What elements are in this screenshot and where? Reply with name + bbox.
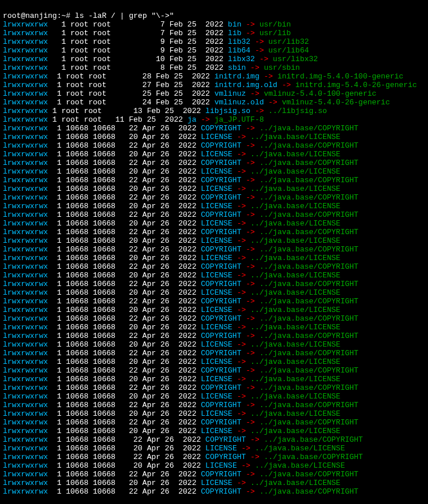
filename: LICENSE (201, 254, 232, 262)
symlink-arrow-icon: -> (232, 271, 250, 280)
file-meta: 1 10668 10668 22 Apr 26 2022 (57, 487, 201, 496)
symlink-target: ../java.base/COPYRIGHT (260, 332, 359, 340)
list-item: lrwxrwxrwx 1 root root 25 Feb 25 2022 vm… (3, 89, 425, 98)
list-item: lrwxrwxrwx 1 10668 10668 20 Apr 26 2022 … (3, 358, 425, 366)
symlink-arrow-icon: -> (196, 115, 214, 124)
filename: vmlinuz (215, 89, 246, 98)
symlink-arrow-icon: -> (241, 228, 259, 236)
permissions: lrwxrwxrwx (3, 288, 48, 297)
permissions: lrwxrwxrwx (3, 418, 48, 427)
filename: COPYRIGHT (201, 487, 241, 496)
permissions: lrwxrwxrwx (3, 46, 48, 55)
permissions: lrwxrwxrwx (3, 392, 48, 401)
symlink-target: ../java.base/LICENSE (250, 340, 340, 349)
symlink-arrow-icon: -> (241, 193, 259, 202)
file-meta: 1 10668 10668 20 Apr 26 2022 (57, 409, 201, 418)
filename: LICENSE (201, 288, 232, 297)
filename: lib (228, 29, 241, 37)
filename: LICENSE (201, 150, 232, 159)
permissions: lrwxrwxrwx (3, 375, 48, 383)
symlink-target: vmlinuz-5.4.0-100-generic (264, 89, 377, 98)
permissions: lrwxrwxrwx (3, 124, 48, 133)
list-item: lrwxrwxrwx 1 10668 10668 20 Apr 26 2022 … (3, 427, 425, 435)
file-meta: 1 10668 10668 22 Apr 26 2022 (57, 418, 201, 427)
filename: COPYRIGHT (201, 159, 241, 167)
file-meta: 1 root root 7 Feb 25 2022 (61, 29, 228, 37)
permissions: lrwxrwxrwx (3, 271, 48, 280)
file-meta: 1 root root 11 Feb 25 2022 (52, 115, 187, 124)
file-meta: 1 10668 10668 22 Apr 26 2022 (57, 280, 201, 288)
list-item: lrwxrwxrwx 1 10668 10668 20 Apr 26 2022 … (3, 202, 425, 210)
permissions: lrwxrwxrwx (3, 366, 48, 375)
list-item: lrwxrwxrwx 1 root root 7 Feb 25 2022 bin… (3, 20, 425, 29)
filename: LICENSE (201, 219, 232, 228)
permissions: lrwxrwxrwx (3, 461, 48, 470)
file-meta: 1 root root 27 Feb 25 2022 (57, 81, 215, 89)
list-item: lrwxrwxrwx 1 10668 10668 20 Apr 26 2022 … (3, 254, 425, 262)
permissions: lrwxrwxrwx (3, 185, 48, 193)
list-item: lrwxrwxrwx 1 10668 10668 22 Apr 26 2022 … (3, 349, 425, 358)
symlink-target: usr/lib (260, 29, 291, 37)
terminal-output: root@nanjing:~# ls -laR / | grep "\->"lr… (3, 12, 425, 496)
filename: libx32 (228, 55, 255, 63)
file-meta: 1 10668 10668 20 Apr 26 2022 (57, 444, 205, 453)
filename: LICENSE (201, 236, 232, 245)
file-meta: 1 10668 10668 22 Apr 26 2022 (57, 470, 201, 479)
symlink-arrow-icon: -> (241, 418, 259, 427)
list-item: lrwxrwxrwx 1 10668 10668 22 Apr 26 2022 … (3, 210, 425, 219)
symlink-target: ../java.base/COPYRIGHT (260, 297, 359, 306)
symlink-arrow-icon: -> (255, 55, 273, 63)
list-item: lrwxrwxrwx 1 10668 10668 20 Apr 26 2022 … (3, 409, 425, 418)
filename: LICENSE (201, 340, 232, 349)
symlink-arrow-icon: -> (232, 409, 250, 418)
symlink-arrow-icon: -> (241, 314, 259, 323)
symlink-arrow-icon: -> (237, 444, 255, 453)
permissions: lrwxrwxrwx (3, 37, 48, 46)
file-meta: 1 10668 10668 22 Apr 26 2022 (57, 210, 201, 219)
permissions: lrwxrwxrwx (3, 245, 48, 254)
list-item: lrwxrwxrwx 1 10668 10668 20 Apr 26 2022 … (3, 288, 425, 297)
permissions: lrwxrwxrwx (3, 383, 48, 392)
file-meta: 1 root root 8 Feb 25 2022 (61, 63, 228, 72)
file-meta: 1 10668 10668 22 Apr 26 2022 (57, 314, 201, 323)
list-item: lrwxrwxrwx 1 10668 10668 22 Apr 26 2022 … (3, 245, 425, 254)
filename: LICENSE (201, 392, 232, 401)
symlink-arrow-icon: -> (232, 254, 250, 262)
permissions: lrwxrwxrwx (3, 358, 48, 366)
list-item: lrwxrwxrwx 1 root root 27 Feb 25 2022 in… (3, 81, 425, 89)
list-item: lrwxrwxrwx 1 root root 13 Feb 25 2022 li… (3, 107, 425, 115)
list-item: lrwxrwxrwx 1 10668 10668 22 Apr 26 2022 … (3, 297, 425, 306)
filename: COPYRIGHT (201, 366, 241, 375)
file-meta: 1 10668 10668 20 Apr 26 2022 (57, 427, 201, 435)
list-item: lrwxrwxrwx 1 root root 28 Feb 25 2022 in… (3, 72, 425, 81)
file-meta: 1 10668 10668 20 Apr 26 2022 (57, 167, 201, 176)
list-item: lrwxrwxrwx 1 10668 10668 20 Apr 26 2022 … (3, 375, 425, 383)
symlink-arrow-icon: -> (241, 210, 259, 219)
filename: COPYRIGHT (201, 193, 241, 202)
filename: LICENSE (205, 461, 237, 470)
symlink-arrow-icon: -> (232, 392, 250, 401)
list-item: lrwxrwxrwx 1 10668 10668 20 Apr 26 2022 … (3, 479, 425, 487)
list-item: lrwxrwxrwx 1 root root 9 Feb 25 2022 lib… (3, 46, 425, 55)
symlink-arrow-icon: -> (241, 470, 259, 479)
filename: LICENSE (201, 323, 232, 332)
filename: COPYRIGHT (201, 383, 241, 392)
symlink-target: ../java.base/COPYRIGHT (260, 349, 359, 358)
list-item: lrwxrwxrwx 1 10668 10668 22 Apr 26 2022 … (3, 383, 425, 392)
symlink-target: ../java.base/COPYRIGHT (260, 418, 359, 427)
list-item: lrwxrwxrwx 1 10668 10668 22 Apr 26 2022 … (3, 418, 425, 427)
filename: COPYRIGHT (201, 401, 241, 409)
permissions: lrwxrwxrwx (3, 29, 48, 37)
symlink-target: usr/lib64 (268, 46, 309, 55)
file-meta: 1 10668 10668 22 Apr 26 2022 (57, 383, 201, 392)
file-meta: 1 10668 10668 20 Apr 26 2022 (57, 271, 201, 280)
symlink-arrow-icon: -> (232, 219, 250, 228)
symlink-target: ../java.base/COPYRIGHT (260, 228, 359, 236)
symlink-arrow-icon: -> (232, 375, 250, 383)
symlink-arrow-icon: -> (241, 245, 259, 254)
symlink-target: initrd.img-5.4.0-100-generic (277, 72, 403, 81)
filename: LICENSE (201, 479, 232, 487)
symlink-arrow-icon: -> (277, 81, 295, 89)
permissions: lrwxrwxrwx (3, 280, 48, 288)
filename: COPYRIGHT (201, 280, 241, 288)
